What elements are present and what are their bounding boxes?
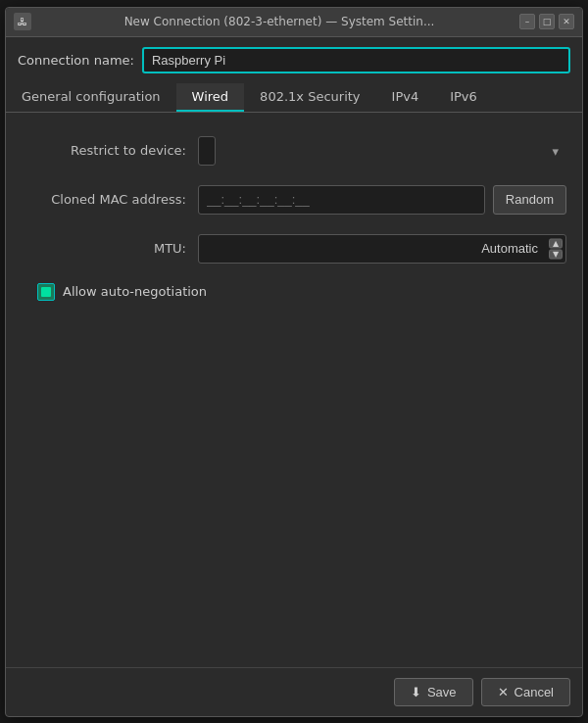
close-button[interactable]: ✕ bbox=[559, 14, 574, 29]
minimize-button[interactable]: – bbox=[519, 14, 535, 29]
save-label: Save bbox=[427, 685, 457, 699]
auto-negotiation-checkbox[interactable] bbox=[37, 283, 55, 301]
connection-name-row: Connection name: bbox=[6, 37, 582, 83]
mtu-label: MTU: bbox=[22, 241, 198, 256]
tab-security[interactable]: 802.1x Security bbox=[244, 83, 375, 112]
mtu-decrement-button[interactable]: ▼ bbox=[549, 249, 563, 259]
tabs-bar: General configuration Wired 802.1x Secur… bbox=[6, 83, 582, 113]
cloned-mac-label: Cloned MAC address: bbox=[22, 192, 198, 207]
restrict-device-label: Restrict to device: bbox=[22, 143, 198, 158]
tab-general[interactable]: General configuration bbox=[6, 83, 176, 112]
cloned-mac-input[interactable] bbox=[198, 185, 485, 215]
connection-name-input[interactable] bbox=[142, 47, 570, 73]
cloned-mac-row: Cloned MAC address: Random bbox=[6, 177, 582, 222]
cancel-button[interactable]: ✕ Cancel bbox=[481, 678, 570, 706]
cancel-icon: ✕ bbox=[498, 685, 509, 699]
cancel-label: Cancel bbox=[514, 685, 554, 699]
restrict-device-row: Restrict to device: bbox=[6, 128, 582, 173]
connection-name-label: Connection name: bbox=[18, 53, 134, 68]
mtu-row: MTU: ▲ ▼ bbox=[6, 226, 582, 271]
mtu-input[interactable] bbox=[198, 234, 566, 264]
titlebar: 🖧 New Connection (802-3-ethernet) — Syst… bbox=[6, 8, 582, 37]
restrict-device-select-wrapper bbox=[198, 136, 566, 166]
main-window: 🖧 New Connection (802-3-ethernet) — Syst… bbox=[5, 7, 583, 717]
restrict-device-select[interactable] bbox=[198, 136, 216, 166]
random-button[interactable]: Random bbox=[493, 185, 566, 215]
mtu-increment-button[interactable]: ▲ bbox=[549, 238, 563, 248]
maximize-button[interactable]: □ bbox=[539, 14, 555, 29]
window-icon: 🖧 bbox=[14, 13, 31, 30]
mtu-spinner: ▲ ▼ bbox=[549, 238, 563, 259]
wired-tab-content: Restrict to device: Cloned MAC address: … bbox=[6, 113, 582, 667]
tab-ipv4[interactable]: IPv4 bbox=[376, 83, 435, 112]
auto-negotiation-label: Allow auto-negotiation bbox=[63, 284, 207, 299]
auto-negotiation-row: Allow auto-negotiation bbox=[22, 275, 582, 309]
tab-wired[interactable]: Wired bbox=[176, 83, 245, 112]
window-controls: – □ ✕ bbox=[519, 14, 574, 29]
mtu-control: ▲ ▼ bbox=[198, 234, 566, 264]
mtu-wrapper: ▲ ▼ bbox=[198, 234, 566, 264]
save-icon: ⬇ bbox=[411, 685, 421, 699]
save-button[interactable]: ⬇ Save bbox=[394, 678, 473, 706]
tab-ipv6[interactable]: IPv6 bbox=[434, 83, 493, 112]
restrict-device-control bbox=[198, 136, 566, 166]
window-title: New Connection (802-3-ethernet) — System… bbox=[39, 15, 519, 28]
cloned-mac-control: Random bbox=[198, 185, 566, 215]
footer: ⬇ Save ✕ Cancel bbox=[6, 667, 582, 716]
